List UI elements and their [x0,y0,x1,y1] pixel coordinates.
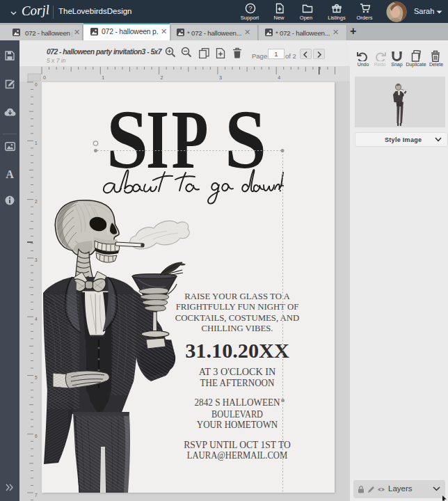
svg-text:BOULEVARD: BOULEVARD [211,408,263,420]
svg-text:CHILLING VIBES.: CHILLING VIBES. [202,324,273,333]
svg-text:3: 3 [219,75,222,80]
svg-text:RAISE YOUR GLASS TO A: RAISE YOUR GLASS TO A [184,292,290,301]
svg-text:4: 4 [35,317,38,321]
svg-text:?: ? [248,4,252,12]
svg-text:S: S [225,93,266,186]
svg-text:31.10.20XX: 31.10.20XX [185,340,289,362]
svg-text:I: I [146,93,169,186]
svg-text:THE AFTERNOON: THE AFTERNOON [200,377,275,388]
svg-text:P: P [172,93,209,186]
svg-text:5: 5 [35,375,38,380]
svg-text:RSVP UNTIL OCT 1ST TO: RSVP UNTIL OCT 1ST TO [184,439,290,450]
svg-text:FRIGHTFULLY FUN NIGHT OF: FRIGHTFULLY FUN NIGHT OF [176,302,299,312]
svg-text:7: 7 [35,493,38,498]
svg-text:COCKTAILS, COSTUMES, AND: COCKTAILS, COSTUMES, AND [175,313,300,323]
svg-text:AT 3 O'CLOCK IN: AT 3 O'CLOCK IN [199,366,276,377]
svg-text:4: 4 [278,75,280,80]
svg-text:2: 2 [161,75,163,80]
svg-text:3: 3 [35,257,38,262]
svg-text:2842 S HALLOWEEN: 2842 S HALLOWEEN [195,397,280,408]
svg-text:6: 6 [35,434,38,438]
svg-text:0: 0 [43,75,46,80]
svg-text:YOUR HOMETOWN: YOUR HOMETOWN [197,419,278,430]
svg-text:1: 1 [35,141,38,145]
svg-text:LAURA@HERMAIL.COM: LAURA@HERMAIL.COM [187,450,288,461]
svg-text:0: 0 [35,82,38,87]
svg-text:S: S [106,93,148,186]
svg-text:2: 2 [35,199,38,204]
svg-text:1: 1 [102,75,104,80]
